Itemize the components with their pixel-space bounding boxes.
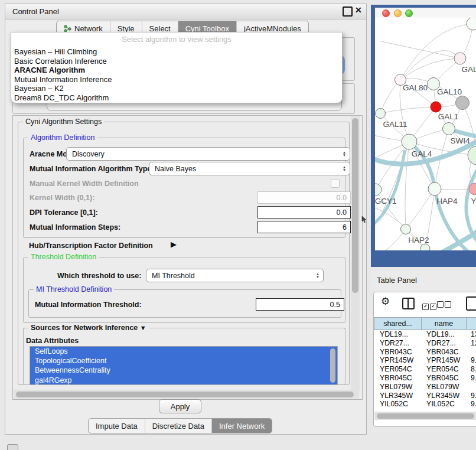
network-node[interactable] xyxy=(456,96,470,110)
network-node[interactable] xyxy=(468,146,476,165)
horizontal-scrollbar-thumb[interactable] xyxy=(16,392,354,397)
which-threshold-combobox[interactable]: MI Threshold ▲▼ xyxy=(146,269,324,282)
expand-arrow-icon[interactable]: ▶ xyxy=(171,240,177,249)
network-graph[interactable]: GALGAL80GAL10GAL1GAL11SWI4GAL4GCY1HAP4YH… xyxy=(375,18,476,250)
network-edge[interactable] xyxy=(400,58,460,80)
float-window-icon[interactable] xyxy=(343,6,353,17)
attribute-list-item[interactable]: TopologicalCoefficient xyxy=(30,356,337,366)
tab-impute-data[interactable]: Impute Data xyxy=(89,419,145,433)
algorithm-list-item[interactable]: Mutual Information Inference xyxy=(14,75,338,84)
algorithm-dropdown-popup: Select algorithm to view settings Bayesi… xyxy=(11,32,343,103)
network-window-titlebar[interactable] xyxy=(375,8,476,18)
algorithm-definition-title: Algorithm Definition xyxy=(28,133,97,142)
table-row[interactable]: YLR345WYLR345W9. xyxy=(374,392,476,400)
network-edge[interactable] xyxy=(405,142,409,229)
algorithm-list-item[interactable]: Dream8 DC_TDC Algorithm xyxy=(14,93,338,103)
table-column-header[interactable]: shared... xyxy=(374,317,421,330)
manual-kernel-width-label: Manual Kernel Width Definition xyxy=(30,180,139,188)
network-node[interactable] xyxy=(454,53,466,64)
minimize-traffic-light-icon[interactable] xyxy=(394,9,402,17)
apply-button[interactable]: Apply xyxy=(159,399,201,413)
gear-icon[interactable]: ⚙ xyxy=(381,295,390,308)
attribute-list-item[interactable]: SelfLoops xyxy=(30,347,337,356)
docked-panel-icon[interactable] xyxy=(7,444,18,450)
table-row[interactable]: YBL079WYBL079W xyxy=(374,383,476,392)
network-node[interactable] xyxy=(443,123,455,135)
table-row[interactable]: YBR045CYBR045C9. xyxy=(374,374,476,383)
network-node-label: GAL10 xyxy=(437,87,462,96)
table-cell: YBR043C xyxy=(374,348,420,357)
network-node[interactable] xyxy=(431,102,441,112)
table-row[interactable]: YPR145WYPR145W9. xyxy=(374,356,476,365)
algorithm-list-item[interactable]: Bayesian – K2 xyxy=(14,84,338,93)
select-all-icon[interactable]: ✓✓ xyxy=(422,299,436,310)
table-row[interactable]: YDL19...YDL19...13 xyxy=(374,330,476,339)
mi-steps-field[interactable]: 6 xyxy=(257,221,351,233)
kernel-width-field[interactable]: 0.0 xyxy=(257,191,351,204)
table-panel-title: Table Panel xyxy=(377,276,417,285)
screen: Control Panel ✕ Network Style Select Cyn… xyxy=(0,0,476,450)
table-column-header[interactable]: A xyxy=(466,317,476,330)
hub-definition-label[interactable]: Hub/Transcription Factor Definition xyxy=(29,242,153,250)
network-edge[interactable] xyxy=(380,107,436,113)
mi-algorithm-type-combobox[interactable]: Naive Bayes ▲▼ xyxy=(149,162,350,175)
spinner-arrows-icon: ▲▼ xyxy=(316,273,319,279)
network-edge[interactable] xyxy=(376,190,406,229)
table-row[interactable]: YIL052CYIL052C9. xyxy=(374,400,476,409)
algorithm-definition-group: Algorithm Definition Aracne Mode: Discov… xyxy=(23,138,345,238)
table-row[interactable]: YBR043CYBR043C xyxy=(374,348,476,357)
tab-infer-network[interactable]: Infer Network xyxy=(212,419,272,433)
deselect-all-icon[interactable] xyxy=(437,299,451,310)
control-panel-titlebar[interactable]: Control Panel ✕ xyxy=(5,4,366,19)
manual-kernel-width-checkbox[interactable] xyxy=(331,179,340,188)
attribute-list-item[interactable]: gal4RGexp xyxy=(30,376,337,384)
network-edge[interactable] xyxy=(381,41,460,58)
close-icon[interactable]: ✕ xyxy=(355,5,362,15)
spinner-arrows-icon: ▲▼ xyxy=(343,166,346,172)
network-canvas[interactable]: GALGAL80GAL10GAL1GAL11SWI4GAL4GCY1HAP4YH… xyxy=(375,18,476,250)
sources-group: Sources for Network Inference ▼ Data Att… xyxy=(23,328,345,384)
network-node-label: HAP2 xyxy=(408,236,429,244)
network-node-label: HAP4 xyxy=(436,197,458,206)
aracne-mode-combobox[interactable]: Discovery ▲▼ xyxy=(66,147,350,161)
network-node[interactable] xyxy=(428,182,441,195)
network-node[interactable] xyxy=(420,244,430,250)
mi-threshold-label: Mutual Information Threshold: xyxy=(35,301,142,309)
cyni-algorithm-settings-title: Cyni Algorithm Settings xyxy=(23,118,104,126)
add-column-icon[interactable] xyxy=(466,296,476,311)
zoom-traffic-light-icon[interactable] xyxy=(405,9,413,17)
network-node[interactable] xyxy=(401,224,411,234)
network-node[interactable] xyxy=(375,184,382,195)
network-edge[interactable] xyxy=(406,189,435,229)
sources-title[interactable]: Sources for Network Inference ▼ xyxy=(28,324,149,332)
network-node[interactable] xyxy=(467,18,476,30)
table-cell xyxy=(465,348,476,357)
tab-discretize-data[interactable]: Discretize Data xyxy=(145,419,212,433)
network-node-label: GCY1 xyxy=(375,197,396,206)
table-cell: YBL079W xyxy=(420,383,465,392)
table-rows: YDL19...YDL19...13YDR27...YDR27...12YBR0… xyxy=(374,330,476,409)
list-scrollbar-thumb[interactable] xyxy=(330,348,335,383)
algorithm-list-item[interactable]: Bayesian – Hill Climbing xyxy=(14,47,338,57)
network-view-window[interactable]: GALGAL80GAL10GAL1GAL11SWI4GAL4GCY1HAP4YH… xyxy=(371,5,476,267)
algorithm-list-item[interactable]: Basic Correlation Inference xyxy=(14,57,338,66)
table-cell: YLR345W xyxy=(420,392,465,400)
columns-icon[interactable] xyxy=(402,298,415,309)
table-hscrollbar-thumb[interactable] xyxy=(377,413,474,419)
table-cell: YPR145W xyxy=(420,356,465,365)
table-cell: YBR045C xyxy=(374,374,420,383)
table-cell: YDL19... xyxy=(420,330,465,339)
network-node[interactable] xyxy=(376,109,386,119)
table-row[interactable]: YER054CYER054C8. xyxy=(374,365,476,374)
vertical-scrollbar-thumb[interactable] xyxy=(352,118,358,293)
algorithm-list: Bayesian – Hill ClimbingBasic Correlatio… xyxy=(14,47,338,103)
data-attributes-list[interactable]: SelfLoopsTopologicalCoefficientBetweenne… xyxy=(30,346,338,384)
network-node[interactable] xyxy=(402,134,417,149)
algorithm-list-item[interactable]: ARACNE Algorithm xyxy=(14,66,338,75)
mi-threshold-field[interactable]: 0.5 xyxy=(256,298,344,311)
attribute-list-item[interactable]: BetweennessCentrality xyxy=(30,366,337,375)
dpi-tolerance-field[interactable]: 0.0 xyxy=(257,206,351,219)
table-column-header[interactable]: name xyxy=(421,317,466,330)
close-traffic-light-icon[interactable] xyxy=(382,9,390,17)
table-row[interactable]: YDR27...YDR27...12 xyxy=(374,339,476,348)
